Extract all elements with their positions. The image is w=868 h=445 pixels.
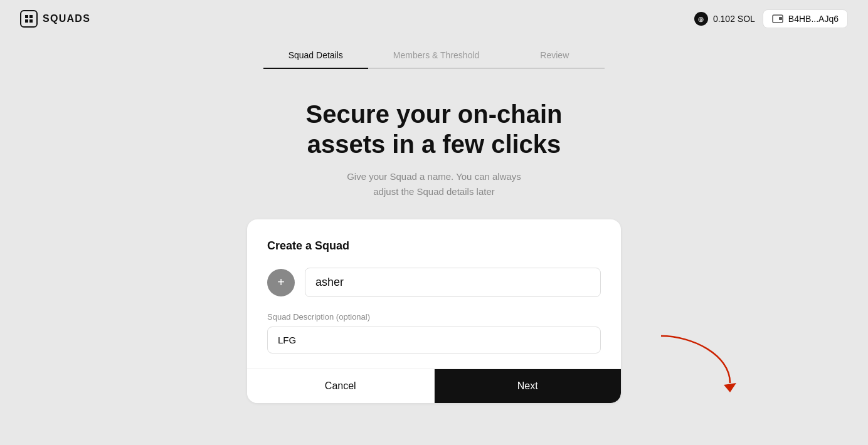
- svg-rect-1: [29, 15, 33, 18]
- sol-amount: 0.102 SOL: [713, 14, 755, 24]
- create-squad-card: Create a Squad + Squad Description (opti…: [247, 219, 621, 403]
- wallet-button[interactable]: B4HB...AJq6: [763, 9, 848, 28]
- step-squad-details[interactable]: Squad Details: [263, 50, 368, 69]
- svg-rect-3: [29, 19, 33, 23]
- next-button[interactable]: Next: [435, 369, 622, 403]
- steps-nav: Squad Details Members & Threshold Review: [0, 50, 868, 69]
- hero-title: Secure your on-chainassets in a few clic…: [0, 99, 868, 159]
- sol-balance: ◎ 0.102 SOL: [694, 12, 755, 26]
- step-members-threshold[interactable]: Members & Threshold: [368, 50, 504, 69]
- squad-description-input[interactable]: [267, 327, 601, 353]
- squad-name-input[interactable]: [305, 268, 601, 297]
- avatar-upload-button[interactable]: +: [267, 269, 295, 296]
- card-actions: Cancel Next: [247, 369, 621, 403]
- hero-subtitle: Give your Squad a name. You can alwaysad…: [0, 169, 868, 199]
- red-arrow-svg: [655, 330, 743, 392]
- step-review[interactable]: Review: [504, 50, 605, 69]
- sol-icon: ◎: [694, 12, 708, 26]
- description-label: Squad Description (optional): [267, 312, 601, 322]
- svg-rect-2: [25, 19, 28, 23]
- step-label-1: Squad Details: [288, 50, 343, 60]
- step-label-2: Members & Threshold: [393, 50, 479, 60]
- arrow-indicator: [655, 330, 743, 395]
- step-label-3: Review: [540, 50, 569, 60]
- logo-text: SQUADS: [43, 13, 90, 24]
- header-right: ◎ 0.102 SOL B4HB...AJq6: [694, 9, 848, 28]
- header: SQUADS ◎ 0.102 SOL B4HB...AJq6: [0, 0, 868, 38]
- card-title: Create a Squad: [267, 239, 601, 253]
- svg-rect-0: [25, 15, 28, 18]
- logo: SQUADS: [20, 10, 90, 28]
- cancel-button[interactable]: Cancel: [247, 369, 435, 403]
- hero-section: Secure your on-chainassets in a few clic…: [0, 99, 868, 199]
- svg-rect-5: [779, 17, 782, 20]
- name-row: +: [267, 268, 601, 297]
- svg-marker-6: [724, 383, 736, 392]
- logo-icon: [20, 10, 38, 28]
- wallet-address: B4HB...AJq6: [788, 14, 839, 24]
- wallet-icon: [772, 14, 783, 23]
